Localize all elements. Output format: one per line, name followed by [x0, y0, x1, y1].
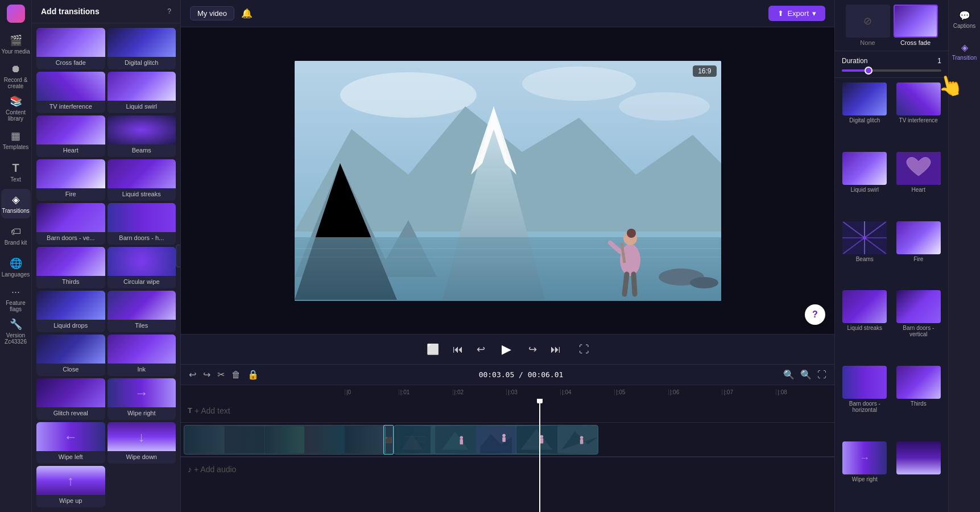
play-button[interactable]: ▶	[497, 339, 517, 360]
transition-liquid-streaks[interactable]: Liquid streaks	[107, 159, 176, 201]
none-thumbnail: ⊘	[846, 5, 890, 38]
clip-thumbnail-svg	[395, 426, 435, 453]
td-item-barn-doors-horizontal[interactable]: Barn doors - horizontal	[840, 366, 890, 438]
skip-back-button[interactable]: ⏮	[450, 341, 465, 358]
transition-tiles[interactable]: Tiles	[107, 291, 176, 332]
ruler-mark: |:04	[560, 389, 614, 395]
transitions-panel: Add transitions ? Cross fade Digital gli…	[32, 0, 181, 512]
duration-thumb[interactable]	[865, 67, 873, 75]
undo-button[interactable]: ↩	[188, 368, 197, 381]
panel-collapse-button[interactable]: ‹	[176, 245, 181, 267]
td-thumb-digital-glitch	[842, 82, 887, 115]
transition-wipe-right[interactable]: → Wipe right	[107, 378, 176, 420]
transition-tv-interference[interactable]: TV interference	[36, 72, 105, 113]
rewind-button[interactable]: ↩	[474, 341, 487, 358]
redo-button[interactable]: ↪	[202, 368, 212, 381]
td-thumb-barn-doors-vertical	[896, 290, 941, 323]
td-item-liquid-swirl[interactable]: Liquid swirl	[840, 152, 890, 218]
sidebar-item-text[interactable]: T Text	[1, 157, 31, 187]
far-right-item-captions[interactable]: 💬 Captions	[950, 5, 979, 34]
brand-kit-icon: 🏷	[11, 226, 21, 238]
transition-glitch-reveal[interactable]: Glitch reveal	[36, 378, 105, 420]
transition-marker[interactable]: ⬛	[383, 425, 394, 455]
transition-barn-doors-h[interactable]: Barn doors - h...	[107, 203, 176, 245]
skip-forward-button[interactable]: ⏭	[548, 341, 563, 358]
time-display: 00:03.05 / 00:06.01	[479, 370, 564, 379]
td-item-digital-glitch[interactable]: Digital glitch	[840, 82, 890, 148]
playhead-handle[interactable]	[537, 399, 543, 403]
subtitles-button[interactable]: ⬜	[424, 341, 441, 358]
transition-wipe-up[interactable]: ↑ Wipe up	[36, 466, 105, 507]
td-item-tv-interference[interactable]: TV interference	[894, 82, 944, 148]
td-item-heart[interactable]: Heart	[894, 152, 944, 218]
none-option[interactable]: ⊘ None	[846, 5, 890, 46]
td-thumb-wipe-right: →	[842, 441, 887, 474]
duration-slider[interactable]	[842, 69, 941, 72]
add-text-row[interactable]: T + Add text	[181, 406, 834, 415]
timeline-toolbar: ↩ ↪ ✂ 🗑 🔒 00:03.05 / 00:06.01 🔍 🔍 ⛶	[181, 365, 834, 385]
sidebar-item-your-media[interactable]: 🎬 Your media	[1, 30, 31, 59]
far-right-item-transition[interactable]: ◈ Transition	[950, 36, 979, 66]
sidebar-item-transitions[interactable]: ◈ Transitions	[1, 189, 31, 218]
transition-fire[interactable]: Fire	[36, 159, 105, 201]
transition-wipe-left[interactable]: ← Wipe left	[36, 422, 105, 464]
transition-wipe-down[interactable]: ↓ Wipe down	[107, 422, 176, 464]
video-clip[interactable]	[184, 425, 386, 455]
td-item-wipe-right[interactable]: → Wipe right	[840, 441, 890, 507]
svg-line-18	[634, 274, 635, 294]
forward-button[interactable]: ↪	[526, 341, 539, 358]
transition-liquid-drops[interactable]: Liquid drops	[36, 291, 105, 332]
aspect-ratio-badge[interactable]: 16:9	[693, 65, 716, 77]
td-item-barn-doors-vertical[interactable]: Barn doors - vertical	[894, 290, 944, 362]
td-item-purple[interactable]	[894, 441, 944, 507]
fit-to-window-button[interactable]: ⛶	[816, 369, 828, 381]
app-logo[interactable]	[7, 5, 25, 23]
transition-barn-doors-v[interactable]: Barn doors - ve...	[36, 203, 105, 245]
lock-button[interactable]: 🔒	[246, 368, 260, 381]
svg-point-36	[540, 435, 544, 439]
timeline-section: ↩ ↪ ✂ 🗑 🔒 00:03.05 / 00:06.01 🔍 🔍 ⛶ |0 |…	[181, 364, 834, 512]
transition-heart[interactable]: Heart	[36, 115, 105, 157]
td-item-liquid-streaks[interactable]: Liquid streaks	[840, 290, 890, 362]
your-media-icon: 🎬	[10, 34, 22, 47]
sidebar-item-brand-kit[interactable]: 🏷 Brand kit	[1, 221, 31, 250]
cross-fade-option[interactable]: Cross fade	[894, 5, 938, 46]
td-item-thirds[interactable]: Thirds	[894, 366, 944, 438]
transition-cross-fade[interactable]: Cross fade	[36, 28, 105, 69]
help-button[interactable]: ?	[805, 304, 825, 325]
sidebar-item-templates[interactable]: ▦ Templates	[1, 125, 31, 155]
transitions-right-grid: Digital glitch TV interference Liquid sw…	[835, 78, 948, 512]
zoom-out-button[interactable]: 🔍	[782, 368, 796, 381]
notifications-icon[interactable]: 🔔	[241, 8, 253, 19]
sidebar-item-languages[interactable]: 🌐 Languages	[1, 253, 31, 282]
sidebar-item-content-library[interactable]: 📚 Contentlibrary	[1, 93, 31, 123]
transition-liquid-swirl[interactable]: Liquid swirl	[107, 72, 176, 113]
video-clip-2[interactable]	[394, 425, 598, 455]
transition-ink[interactable]: Ink	[107, 335, 176, 376]
transition-beams[interactable]: Beams	[107, 115, 176, 157]
project-name-tab[interactable]: My video	[190, 6, 234, 20]
add-audio-label[interactable]: + Add audio	[194, 465, 236, 474]
feature-flags-icon: ···	[11, 286, 20, 298]
transition-circular-wipe[interactable]: Circular wipe	[107, 247, 176, 288]
fullscreen-button[interactable]: ⛶	[577, 341, 592, 358]
sidebar-item-version[interactable]: 🔧 VersionZc43326	[1, 316, 31, 346]
export-button[interactable]: ⬆ Export ▾	[768, 6, 825, 21]
delete-button[interactable]: 🗑	[230, 369, 242, 381]
ruler-mark: |:08	[776, 389, 830, 395]
playhead[interactable]	[539, 399, 540, 512]
captions-icon: 💬	[959, 10, 970, 21]
transition-thirds[interactable]: Thirds	[36, 247, 105, 288]
zoom-in-button[interactable]: 🔍	[799, 368, 813, 381]
far-right-navigation: 💬 Captions ◈ Transition	[948, 0, 980, 512]
td-item-fire[interactable]: Fire	[894, 221, 944, 287]
sidebar-item-record-create[interactable]: ⏺ Record &create	[1, 61, 31, 91]
td-item-beams[interactable]: Beams	[840, 221, 890, 287]
text-track: T + Add text	[181, 399, 834, 423]
help-icon[interactable]: ?	[167, 7, 171, 15]
transition-digital-glitch[interactable]: Digital glitch	[107, 28, 176, 69]
cut-button[interactable]: ✂	[216, 368, 226, 381]
sidebar-item-feature-flags[interactable]: ··· Featureflags	[1, 284, 31, 314]
transition-close[interactable]: Close	[36, 335, 105, 376]
clip-thumb5	[557, 426, 597, 453]
